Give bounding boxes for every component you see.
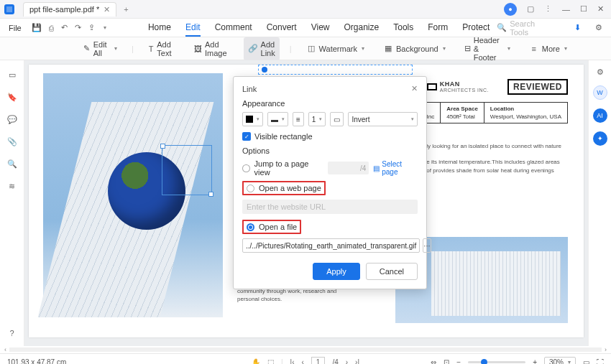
zoom-out-icon[interactable]: − [456,358,461,364]
redo-icon[interactable]: ↷ [75,23,81,32]
save-icon[interactable]: 💾 [32,23,42,32]
dialog-title: Link [242,85,257,93]
apply-button[interactable]: Apply [313,263,360,280]
appearance-label: Appearance [242,99,418,108]
tab-title: ppt file-sample.pdf * [29,5,99,14]
layers-icon[interactable]: ≋ [9,182,15,191]
maximize-button[interactable]: ☐ [580,4,587,14]
ai-icon[interactable]: AI [593,108,607,123]
zoom-slider[interactable] [468,361,525,363]
open-file-option[interactable]: Open a file [242,220,418,234]
prev-page-icon[interactable]: ‹ [302,358,304,364]
attachment-icon[interactable]: 📎 [7,137,17,146]
fit-page-icon[interactable]: ⊡ [444,358,449,364]
minimize-button[interactable]: — [562,5,570,14]
panel-icon[interactable]: ▢ [527,4,534,14]
adjust-icon[interactable]: ⚙ [597,67,604,77]
qat-more[interactable]: ▾ [104,24,106,31]
selection-handles[interactable] [162,145,212,195]
link-region[interactable] [258,65,413,75]
jump-to-page-option[interactable]: Jump to a page view /4 ▤Select page [242,159,418,177]
color-picker[interactable]: ▾ [242,112,263,126]
download-icon[interactable]: ⬇ [574,23,581,32]
lower-text: community through work, research and per… [237,287,359,303]
tab-edit[interactable]: Edit [185,19,201,37]
line-style-picker[interactable]: ▬▾ [267,112,288,126]
workspace: ▭ 🔖 💬 📎 🔍 ≋ ? KHANARCHITECTS INC. REVIEW… [0,60,611,346]
first-page-icon[interactable]: |‹ [290,358,295,364]
browse-button[interactable]: ··· [423,238,431,253]
right-rail: ⚙ W AI ✦ [588,60,611,346]
new-tab-button[interactable]: + [124,5,128,14]
print-icon[interactable]: ⎙ [49,24,54,32]
visible-rectangle-checkbox[interactable]: ✓ Visible rectangle [242,132,418,141]
canvas[interactable]: KHANARCHITECTS INC. REVIEWED NameThe Sea… [24,60,588,346]
tab-tools[interactable]: Tools [393,19,413,37]
search-icon: 🔍 [497,23,507,32]
settings-icon[interactable]: ⚙ [595,23,602,32]
tab-close-icon[interactable]: ✕ [104,5,110,14]
svg-rect-2 [428,84,436,90]
tab-form[interactable]: Form [428,19,448,37]
file-path-input[interactable]: ../../Pictures/Rotating_earth_animated_t… [242,238,420,253]
invert-select[interactable]: Invert▾ [348,112,418,126]
statusbar: 101.93 x 47.87 cm ✋ ⬚ | |‹ ‹ 1 /4 › ›| ⇔… [0,353,611,364]
avatar[interactable]: ● [504,3,517,16]
tab-organize[interactable]: Organize [344,19,380,37]
svg-rect-1 [6,6,12,12]
zoom-select[interactable]: 30%▾ [544,357,576,364]
line-weight-icon[interactable]: ≡ [293,112,304,126]
page-input[interactable]: 1 [311,357,326,364]
tab-comment[interactable]: Comment [215,19,252,37]
fullscreen-icon[interactable]: ⛶ [597,358,604,364]
text-icon: T [148,44,154,54]
hand-tool-icon[interactable]: ✋ [252,358,260,364]
url-input[interactable]: Enter the website URL [242,200,418,214]
image-icon: 🖼 [194,44,202,54]
tab-view[interactable]: View [311,19,330,37]
cancel-button[interactable]: Cancel [366,263,418,280]
add-image-button[interactable]: 🖼 Add Image [190,37,234,60]
page-number-input[interactable]: /4 [328,162,369,174]
drag-handle[interactable] [262,67,267,73]
comment-panel-icon[interactable]: 💬 [7,115,17,124]
open-web-option[interactable]: Open a web page [242,181,418,195]
add-link-button[interactable]: 🔗 Add Link [244,37,280,60]
close-button[interactable]: ✕ [597,4,604,14]
edit-all-button[interactable]: ✎ Edit All▾ [79,37,121,60]
add-text-button[interactable]: T Add Text [144,37,180,60]
more-icon: ≡ [529,44,539,54]
select-tool-icon[interactable]: ⬚ [267,358,274,364]
titlebar: ppt file-sample.pdf * ✕ + ● ▢ ⋮ — ☐ ✕ [0,0,611,19]
help-icon[interactable]: ? [9,329,14,337]
next-page-icon[interactable]: › [346,358,348,364]
highlight-style[interactable]: ▭ [330,112,344,126]
kebab-icon[interactable]: ⋮ [544,4,552,14]
more-button[interactable]: ≡ More▾ [525,41,571,57]
watermark-button[interactable]: ◫ Watermark▾ [302,41,369,57]
radio-unchecked-icon [242,164,250,172]
thumbnails-icon[interactable]: ▭ [9,70,16,80]
search-panel-icon[interactable]: 🔍 [7,159,17,169]
assistant-icon[interactable]: ✦ [593,131,607,146]
background-button[interactable]: ▦ Background▾ [379,41,450,57]
file-menu[interactable]: File [6,22,24,34]
read-mode-icon[interactable]: ▭ [583,358,589,364]
bookmark-icon[interactable]: 🔖 [7,93,17,102]
page-total: /4 [332,358,338,364]
dialog-close-icon[interactable]: ✕ [411,84,418,93]
tab-convert[interactable]: Convert [267,19,297,37]
thickness-input[interactable]: 1▾ [308,112,326,126]
horizontal-scrollbar[interactable]: ‹› [0,346,611,353]
last-page-icon[interactable]: ›| [355,358,359,364]
word-export-icon[interactable]: W [593,85,607,100]
share-icon[interactable]: ⇪ [88,23,95,32]
fit-width-icon[interactable]: ⇔ [431,358,436,364]
body-text: for a family looking for an isolated pla… [403,142,568,174]
header-footer-button[interactable]: ⊟ Header & Footer▾ [460,33,515,65]
select-page-link[interactable]: ▤Select page [373,160,418,176]
document-tab[interactable]: ppt file-sample.pdf * ✕ [23,2,116,17]
zoom-in-icon[interactable]: + [533,358,537,364]
tab-home[interactable]: Home [148,19,171,37]
undo-icon[interactable]: ↶ [61,23,68,32]
